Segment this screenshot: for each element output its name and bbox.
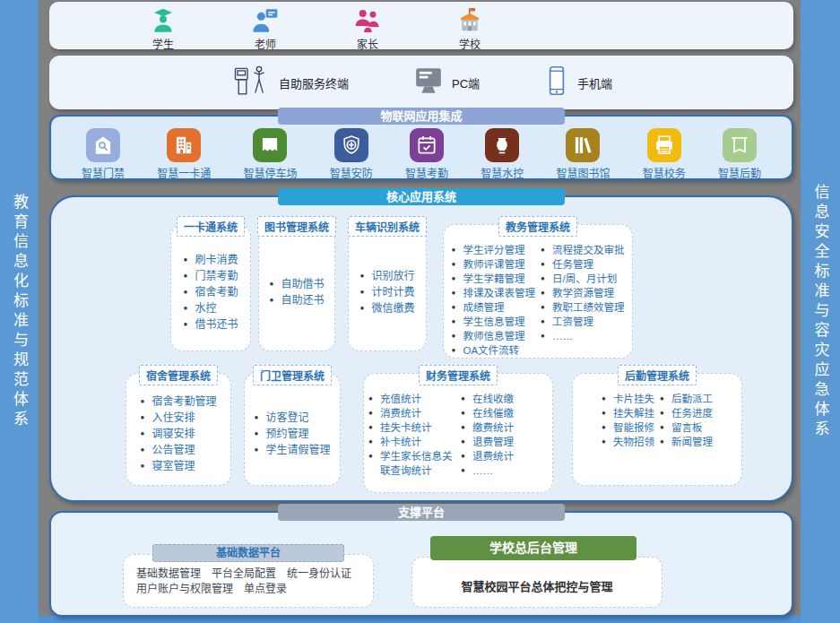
core-applications-panel: 核心应用系统 一卡通系统刷卡消费门禁考勤宿舍考勤水控借书还书图书管理系统自助借书… bbox=[49, 195, 793, 502]
iot-app-item: 智慧考勤 bbox=[405, 128, 448, 180]
system-box-title: 财务管理系统 bbox=[419, 365, 498, 385]
system-feature: 微信缴费 bbox=[359, 300, 414, 316]
kiosk-icon bbox=[233, 64, 271, 101]
user-role-label: 老师 bbox=[255, 36, 276, 51]
user-role-teacher: 老师 bbox=[237, 6, 294, 51]
system-feature: 公告管理 bbox=[140, 442, 216, 458]
system-feature: 教师信息管理 bbox=[452, 329, 536, 343]
system-feature: 识别放行 bbox=[359, 268, 414, 284]
system-feature: 学生家长信息关联查询统计 bbox=[368, 449, 455, 478]
iot-app-item: 智慧图书馆 bbox=[556, 128, 610, 180]
iot-app-label: 智慧水控 bbox=[481, 165, 524, 180]
iot-app-item: 智慧门禁 bbox=[82, 128, 125, 180]
system-feature: 智能报修 bbox=[602, 420, 654, 435]
iot-app-label: 智慧校务 bbox=[643, 165, 686, 180]
core-panel-header: 核心应用系统 bbox=[278, 188, 565, 205]
iot-integration-panel: 物联网应用集成 智慧门禁智慧一卡通智慧停车场智慧安防智慧考勤智慧水控智慧图书馆智… bbox=[49, 115, 793, 180]
iot-app-label: 智慧后勤 bbox=[718, 165, 761, 180]
door-access-icon bbox=[86, 128, 120, 162]
system-feature: 在线收缴 bbox=[461, 392, 548, 406]
system-feature: 学生学籍管理 bbox=[452, 272, 536, 286]
iot-app-label: 智慧考勤 bbox=[405, 165, 448, 180]
system-box: 车辆识别系统识别放行计时计费微信缴费 bbox=[348, 224, 427, 351]
pc-icon bbox=[413, 66, 444, 99]
terminals-panel: 自助服务终端PC端手机端 bbox=[49, 56, 793, 109]
system-feature: …… bbox=[541, 329, 625, 343]
system-feature: 教职工绩效管理 bbox=[541, 300, 625, 315]
system-feature: 失物招领 bbox=[602, 435, 654, 449]
iot-panel-header: 物联网应用集成 bbox=[278, 108, 565, 125]
system-box: 图书管理系统自助借书自助还书 bbox=[258, 224, 335, 351]
user-role-label: 学校 bbox=[459, 36, 481, 51]
system-box-title: 教务管理系统 bbox=[498, 216, 577, 237]
bottom-strip bbox=[0, 616, 840, 623]
support-panel-header: 支撑平台 bbox=[278, 504, 565, 521]
system-box-title: 车辆识别系统 bbox=[348, 216, 427, 237]
school-backend-box: 智慧校园平台总体把控与管理 bbox=[411, 557, 662, 608]
books-icon bbox=[566, 128, 600, 162]
system-feature: 成绩管理 bbox=[452, 300, 536, 315]
system-feature: 水控 bbox=[183, 300, 238, 316]
system-feature: …… bbox=[461, 463, 548, 478]
system-feature: 消费统计 bbox=[368, 406, 455, 420]
iot-app-item: 智慧后勤 bbox=[718, 128, 761, 180]
system-feature: 排课及课表管理 bbox=[452, 286, 536, 300]
system-feature: 流程提交及审批 bbox=[541, 243, 625, 257]
system-box: 一卡通系统刷卡消费门禁考勤宿舍考勤水控借书还书 bbox=[170, 224, 251, 351]
system-feature: 调寝安排 bbox=[140, 426, 216, 442]
system-feature: 学生请假管理 bbox=[254, 442, 330, 458]
school-backend-description: 智慧校园平台总体把控与管理 bbox=[461, 570, 612, 594]
user-role-student: 学生 bbox=[134, 6, 192, 51]
system-feature: 教学资源管理 bbox=[541, 286, 625, 300]
terminal-label: PC端 bbox=[452, 74, 480, 91]
user-role-label: 学生 bbox=[152, 36, 174, 51]
system-feature: 自助还书 bbox=[269, 292, 324, 308]
iot-app-label: 智慧停车场 bbox=[243, 165, 297, 180]
water-icon bbox=[485, 128, 519, 162]
system-feature: 挂失解挂 bbox=[602, 406, 654, 420]
system-feature: 留言板 bbox=[660, 420, 713, 435]
system-feature: 学生评分管理 bbox=[452, 243, 536, 257]
system-feature: 教师评课管理 bbox=[452, 257, 536, 272]
system-feature: 缴费统计 bbox=[461, 420, 548, 435]
iot-app-label: 智慧一卡通 bbox=[157, 165, 211, 180]
system-feature: 借书还书 bbox=[183, 316, 238, 333]
system-feature: 挂失卡统计 bbox=[368, 420, 455, 435]
system-feature: 访客登记 bbox=[254, 410, 330, 426]
iot-app-label: 智慧图书馆 bbox=[556, 165, 610, 180]
system-feature: OA文件流转 bbox=[452, 343, 536, 358]
system-feature: 退费管理 bbox=[461, 435, 548, 449]
student-icon bbox=[149, 6, 178, 35]
support-platform-panel: 支撑平台 基础数据平台 基础数据管理 平台全局配置 统一身份认证 用户账户与权限… bbox=[49, 511, 793, 617]
calendar-check-icon bbox=[410, 128, 444, 162]
system-feature: 在线催缴 bbox=[461, 406, 548, 420]
right-security-sidebar: 信息安全标准与容灾应急体系 bbox=[801, 0, 840, 623]
system-box-title: 图书管理系统 bbox=[257, 216, 336, 237]
iot-app-item: 智慧安防 bbox=[330, 128, 373, 180]
system-box-title: 后勤管理系统 bbox=[618, 365, 697, 385]
system-feature: 计时计费 bbox=[359, 284, 414, 300]
system-box: 财务管理系统充值统计消费统计挂失卡统计补卡统计学生家长信息关联查询统计在线收缴在… bbox=[363, 373, 553, 493]
smart-campus-architecture-diagram: 教育信息化标准与规范体系 信息安全标准与容灾应急体系 学生老师家长学校 自助服务… bbox=[0, 0, 840, 623]
user-roles-row: 学生老师家长学校 bbox=[49, 2, 793, 51]
terminal-pc: PC端 bbox=[413, 66, 480, 99]
terminal-label: 自助服务终端 bbox=[279, 74, 349, 91]
base-feature-line: 基础数据管理 平台全局配置 统一身份认证 bbox=[136, 567, 366, 582]
printer-icon bbox=[647, 128, 681, 162]
terminal-label: 手机端 bbox=[577, 74, 612, 91]
system-box: 宿舍管理系统宿舍考勤管理入住安排调寝安排公告管理寝室管理 bbox=[126, 373, 231, 486]
building-icon bbox=[167, 128, 201, 162]
system-feature: 任务管理 bbox=[541, 257, 625, 272]
system-feature: 门禁考勤 bbox=[183, 268, 238, 284]
terminal-phone: 手机端 bbox=[544, 65, 612, 100]
left-sidebar-label: 教育信息化标准与规范体系 bbox=[8, 194, 30, 430]
system-feature: 预约管理 bbox=[254, 426, 330, 442]
system-feature: 补卡统计 bbox=[368, 435, 455, 449]
iot-app-item: 智慧水控 bbox=[481, 128, 524, 180]
right-sidebar-label: 信息安全标准与容灾应急体系 bbox=[810, 184, 832, 440]
system-box-title: 宿舍管理系统 bbox=[139, 365, 218, 385]
iot-app-label: 智慧安防 bbox=[330, 165, 373, 180]
iot-app-label: 智慧门禁 bbox=[82, 165, 125, 180]
system-feature: 后勤派工 bbox=[660, 392, 713, 406]
iot-apps-row: 智慧门禁智慧一卡通智慧停车场智慧安防智慧考勤智慧水控智慧图书馆智慧校务智慧后勤 bbox=[51, 117, 792, 180]
